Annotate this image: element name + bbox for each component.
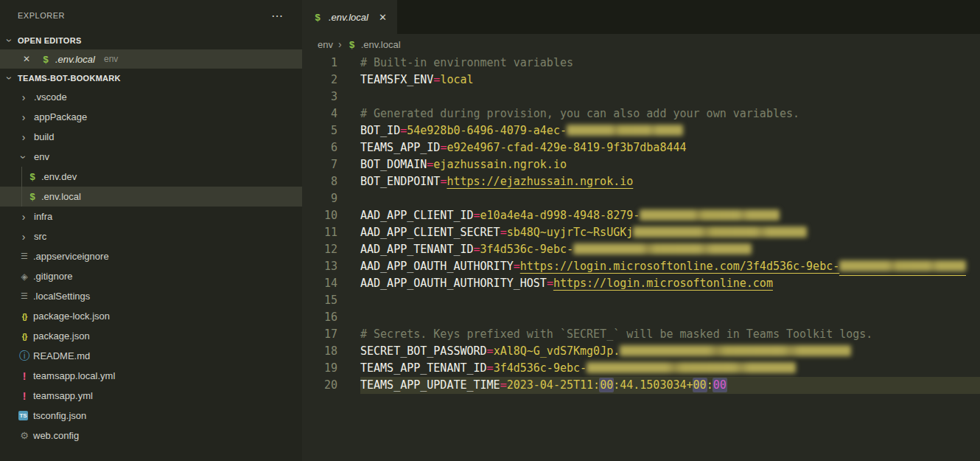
- tree-item-label: src: [34, 231, 46, 242]
- token-eq: =: [400, 124, 407, 137]
- tree-item-web-config[interactable]: ⚙web.config: [0, 426, 302, 446]
- open-editor-filename: .env.local: [55, 54, 95, 65]
- tree-item-label: .gitignore: [33, 271, 72, 282]
- tree-item-env[interactable]: ›env: [0, 147, 302, 167]
- tab-env-local[interactable]: $ .env.local ✕: [302, 0, 397, 34]
- tree-item--gitignore[interactable]: ◈.gitignore: [0, 266, 302, 286]
- code-line-text: BOT_ID=54e928b0-6496-4079-a4ec-: [360, 122, 980, 139]
- token-link[interactable]: https://login.microsoftonline.com: [553, 277, 773, 290]
- code-line-14[interactable]: 14AAD_APP_OAUTH_AUTHORITY_HOST=https://l…: [302, 275, 980, 292]
- code-line-text: TEAMSFX_ENV=local: [360, 72, 980, 89]
- tree-item-label: web.config: [33, 430, 79, 441]
- more-actions-icon[interactable]: ⋯: [271, 9, 284, 23]
- editor-group: $ .env.local ✕ env › $ .env.local 1# Bui…: [302, 0, 980, 461]
- code-line-7[interactable]: 7BOT_DOMAIN=ejazhussain.ngrok.io: [302, 156, 980, 173]
- yml-file-icon: !: [18, 370, 30, 382]
- breadcrumb: env › $ .env.local: [302, 34, 980, 55]
- tree-item--env-local[interactable]: $.env.local: [0, 187, 302, 207]
- code-line-20[interactable]: 20TEAMS_APP_UPDATE_TIME=2023-04-25T11:00…: [302, 377, 980, 394]
- close-icon[interactable]: ✕: [23, 54, 41, 64]
- token-val: e92e4967-cfad-429e-8419-9f3b7dba8444: [447, 141, 686, 154]
- code-line-2[interactable]: 2TEAMSFX_ENV=local: [302, 72, 980, 89]
- list-file-icon: ☰: [18, 252, 30, 261]
- chevron-down-icon: ›: [18, 152, 29, 162]
- line-number: 13: [302, 258, 337, 275]
- code-line-1[interactable]: 1# Built-in environment variables: [302, 55, 980, 72]
- code-line-text: [360, 190, 980, 207]
- code-line-9[interactable]: 9: [302, 190, 980, 207]
- code-line-16[interactable]: 16: [302, 309, 980, 326]
- token-eq: =: [427, 158, 433, 171]
- code-line-3[interactable]: 3: [302, 89, 980, 105]
- code-line-text: TEAMS_APP_UPDATE_TIME=2023-04-25T11:00:4…: [360, 377, 980, 394]
- code-line-13[interactable]: 13AAD_APP_OAUTH_AUTHORITY=https://login.…: [302, 258, 980, 275]
- tree-item-label: .env.local: [41, 191, 81, 202]
- tree-item-label: infra: [34, 211, 52, 222]
- tree-item-teamsapp-yml[interactable]: !teamsapp.yml: [0, 386, 302, 406]
- token-key: TEAMS_APP_TENANT_ID: [360, 361, 487, 375]
- token-link[interactable]: https://login.microsoftonline.com/3f4d53…: [520, 260, 839, 273]
- tree-item-infra[interactable]: ›infra: [0, 207, 302, 226]
- open-editor-item-env-local[interactable]: ✕ $ .env.local env: [0, 49, 302, 69]
- code-line-6[interactable]: 6TEAMS_APP_ID=e92e4967-cfad-429e-8419-9f…: [302, 139, 980, 156]
- token-key: SECRET_BOT_PASSWORD: [360, 344, 487, 358]
- token-eq: =: [547, 277, 553, 290]
- tree-item-tsconfig-json[interactable]: TStsconfig.json: [0, 406, 302, 426]
- tree-item-package-json[interactable]: {}package.json: [0, 326, 302, 346]
- code-line-11[interactable]: 11AAD_APP_CLIENT_SECRET=sb48Q~uyjrTc~RsU…: [302, 224, 980, 241]
- token-key: TEAMS_APP_UPDATE_TIME: [360, 378, 500, 392]
- code-line-8[interactable]: 8BOT_ENDPOINT=https://ejazhussain.ngrok.…: [302, 173, 980, 190]
- tree-item-package-lock-json[interactable]: {}package-lock.json: [0, 306, 302, 326]
- token-eq: =: [474, 243, 480, 256]
- code-line-18[interactable]: 18SECRET_BOT_PASSWORD=xAl8Q~G_vdS7Kmg0Jp…: [302, 343, 980, 360]
- tree-item-build[interactable]: ›build: [0, 127, 302, 147]
- line-number: 12: [302, 241, 337, 258]
- code-line-text: # Secrets. Keys prefixed with `SECRET_` …: [360, 326, 980, 343]
- tree-item--localsettings[interactable]: ☰.localSettings: [0, 286, 302, 306]
- chevron-right-icon: ›: [18, 92, 29, 103]
- code-line-17[interactable]: 17# Secrets. Keys prefixed with `SECRET_…: [302, 326, 980, 343]
- tree-item-src[interactable]: ›src: [0, 226, 302, 246]
- token-key: BOT_DOMAIN: [360, 158, 427, 171]
- code-line-text: AAD_APP_OAUTH_AUTHORITY=https://login.mi…: [360, 258, 980, 275]
- line-number: 6: [302, 139, 337, 156]
- token-link[interactable]: https://ejazhussain.ngrok.io: [447, 175, 633, 188]
- token-val: ejazhussain.ngrok.io: [433, 158, 567, 171]
- chevron-right-icon: ›: [18, 112, 29, 122]
- code-line-text: # Built-in environment variables: [360, 55, 980, 72]
- line-number: 16: [302, 309, 337, 326]
- code-line-12[interactable]: 12AAD_APP_TENANT_ID=3f4d536c-9ebc-: [302, 241, 980, 258]
- code-line-text: TEAMS_APP_ID=e92e4967-cfad-429e-8419-9f3…: [360, 139, 980, 156]
- breadcrumb-file[interactable]: .env.local: [361, 39, 401, 50]
- env-file-icon: $: [27, 171, 38, 182]
- tree-item-label: package-lock.json: [33, 311, 110, 322]
- tree-item--appserviceignore[interactable]: ☰.appserviceignore: [0, 246, 302, 266]
- token-val: 3f4d536c-9ebc-: [494, 361, 587, 375]
- project-root-header[interactable]: › TEAMS-BOT-BOOKMARK: [0, 69, 302, 87]
- breadcrumb-folder[interactable]: env: [318, 39, 333, 50]
- token-comment: # Generated during provision, you can al…: [360, 107, 799, 120]
- env-file-icon: $: [27, 191, 38, 202]
- token-comment: # Built-in environment variables: [360, 56, 573, 69]
- code-line-4[interactable]: 4# Generated during provision, you can a…: [302, 105, 980, 122]
- tree-item-teamsapp-local-yml[interactable]: !teamsapp.local.yml: [0, 366, 302, 386]
- code-line-15[interactable]: 15: [302, 292, 980, 309]
- tree-item--env-dev[interactable]: $.env.dev: [0, 167, 302, 187]
- line-number: 1: [302, 55, 337, 72]
- close-icon[interactable]: ✕: [379, 12, 387, 23]
- code-line-10[interactable]: 10AAD_APP_CLIENT_ID=e10a4e4a-d998-4948-8…: [302, 207, 980, 224]
- token-val: 3f4d536c-9ebc-: [480, 243, 573, 256]
- open-editors-header[interactable]: › OPEN EDITORS: [0, 31, 302, 49]
- tree-item-readme-md[interactable]: ⓘREADME.md: [0, 346, 302, 366]
- line-number: 11: [302, 224, 337, 241]
- code-line-5[interactable]: 5BOT_ID=54e928b0-6496-4079-a4ec-: [302, 122, 980, 139]
- gear-file-icon: ⚙: [18, 430, 30, 441]
- code-line-19[interactable]: 19TEAMS_APP_TENANT_ID=3f4d536c-9ebc-: [302, 360, 980, 377]
- redacted-link-secret: [839, 258, 966, 276]
- line-number: 4: [302, 105, 337, 122]
- tree-item-apppackage[interactable]: ›appPackage: [0, 107, 302, 127]
- tree-item--vscode[interactable]: ›.vscode: [0, 87, 302, 107]
- tree-item-label: build: [34, 131, 54, 142]
- git-file-icon: ◈: [18, 271, 30, 282]
- code-lines: 1# Built-in environment variables2TEAMSF…: [302, 55, 980, 461]
